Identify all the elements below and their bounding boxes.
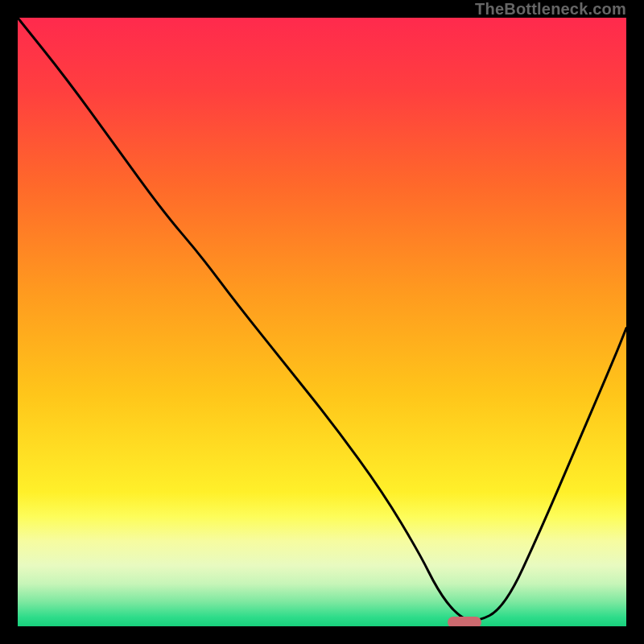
bottleneck-curve [18,18,626,621]
gradient-background [18,18,626,626]
plot-area [16,16,628,628]
chart-stage: TheBottleneck.com [0,0,644,644]
plot-svg [18,18,626,626]
optimal-point-marker [448,617,481,628]
